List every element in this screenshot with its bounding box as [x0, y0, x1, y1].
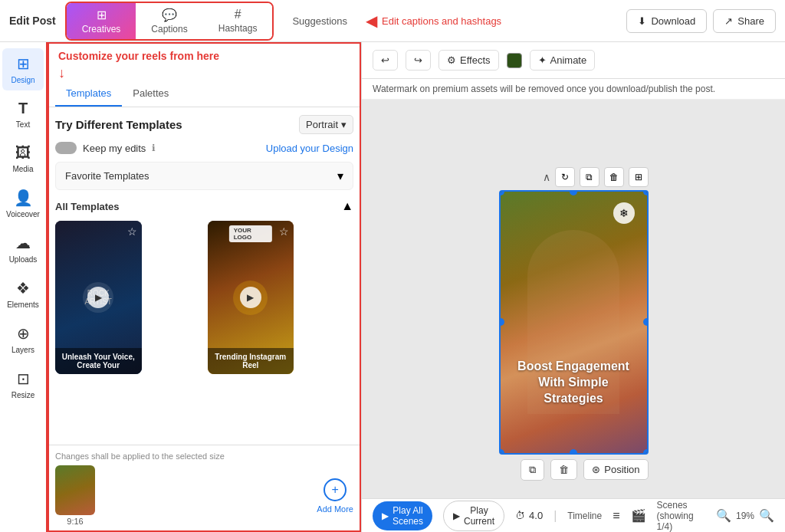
- chevron-up-canvas-icon: ∧: [543, 171, 550, 183]
- media-icon: 🖼: [15, 144, 31, 162]
- watermark-notice: Watermark on premium assets will be remo…: [362, 79, 785, 100]
- scenes-label: Scenes (showing 1/4): [657, 500, 705, 532]
- edit-caption-hint: ◀ Edit captions and hashtags: [366, 11, 501, 30]
- sidebar-item-design[interactable]: ⊞ Design: [2, 48, 44, 90]
- duplicate-button[interactable]: ⧉: [580, 167, 599, 187]
- add-more-label: Add More: [317, 504, 353, 514]
- sidebar-item-uploads[interactable]: ☁ Uploads: [2, 228, 44, 270]
- handle-br[interactable]: [643, 449, 649, 455]
- creatives-label: Creatives: [82, 24, 121, 34]
- design-icon: ⊞: [17, 54, 30, 73]
- color-swatch[interactable]: [507, 53, 522, 68]
- top-bar: Edit Post ⊞ Creatives 💬 Captions # Hasht…: [0, 0, 785, 42]
- tab-templates[interactable]: Templates: [55, 81, 122, 107]
- add-more-circle: +: [324, 478, 347, 501]
- tab-creatives[interactable]: ⊞ Creatives: [67, 3, 136, 39]
- all-templates-label: All Templates: [55, 201, 120, 212]
- sidebar-item-voiceover[interactable]: 👤 Voiceover: [2, 182, 44, 225]
- canvas-image-wrapper[interactable]: ❄ Boost Engagement With Simple Strategie…: [499, 190, 649, 455]
- copy-bottom-button[interactable]: ⧉: [521, 459, 544, 481]
- resize-row: 9:16 + Add More: [55, 465, 353, 526]
- effects-button[interactable]: ⚙ Effects: [438, 50, 499, 71]
- timer-value: 4.0: [529, 510, 543, 521]
- bottom-bar: Changes shall be applied to the selected…: [48, 445, 361, 532]
- canvas-controls-bottom: ⧉ 🗑 ⊛ Position: [499, 459, 649, 481]
- add-more-button[interactable]: + Add More: [317, 478, 353, 514]
- suggestions-tab[interactable]: Suggestions: [283, 15, 356, 27]
- play-all-icon: ▶: [382, 511, 389, 521]
- text-icon: T: [18, 100, 28, 117]
- handle-bm[interactable]: [570, 449, 577, 455]
- hashtags-label: Hashtags: [218, 23, 258, 34]
- effects-icon: ⚙: [447, 54, 456, 66]
- captions-label: Captions: [151, 24, 187, 34]
- timer-icon: ⏱: [515, 510, 525, 521]
- download-icon: ⬇: [638, 15, 646, 27]
- keep-edits-row: Keep my edits ℹ Upload your Design: [55, 142, 353, 154]
- zoom-out-button[interactable]: 🔍: [716, 508, 731, 523]
- resize-ratio: 9:16: [55, 517, 95, 526]
- resize-thumb[interactable]: [55, 465, 95, 515]
- red-arrow-icon: ◀: [366, 11, 377, 30]
- zoom-percent: 19%: [736, 511, 754, 521]
- tab-captions[interactable]: 💬 Captions: [136, 3, 202, 39]
- tab-hashtags[interactable]: # Hashtags: [203, 3, 273, 39]
- play-all-button[interactable]: ▶ Play All Scenes: [373, 501, 432, 530]
- image-text-overlay: Boost Engagement With Simple Strategies: [501, 359, 647, 406]
- zoom-in-button[interactable]: 🔍: [759, 508, 774, 523]
- template-card-2[interactable]: ▶ ☆ YOUR LOGO Trending Instagram Reel: [208, 221, 294, 374]
- canvas-logo-icon: ❄: [613, 202, 635, 224]
- top-bar-actions: ⬇ Download ↗ Share: [626, 9, 776, 33]
- handle-tl[interactable]: [499, 190, 504, 195]
- all-templates-header: All Templates ▲: [55, 199, 353, 213]
- template-card-1[interactable]: ROCK ARTIST ▶ ☆ Unleash Your Voice, Crea…: [55, 221, 142, 374]
- hashtags-icon: #: [235, 8, 241, 21]
- star-icon-2[interactable]: ☆: [279, 225, 289, 238]
- delete-bottom-button[interactable]: 🗑: [550, 459, 577, 480]
- panel-tabs: Templates Palettes: [48, 81, 361, 107]
- animate-button[interactable]: ✦ Animate: [530, 50, 596, 71]
- delete-button[interactable]: 🗑: [604, 167, 624, 187]
- star-icon-1[interactable]: ☆: [127, 225, 137, 238]
- play-btn-1[interactable]: ▶: [87, 287, 109, 308]
- share-button[interactable]: ↗ Share: [713, 9, 776, 33]
- redo-button[interactable]: ↪: [406, 50, 431, 71]
- sidebar-item-elements[interactable]: ❖ Elements: [2, 273, 44, 315]
- customize-hint: Customize your reels from here: [48, 42, 361, 65]
- keep-edits-toggle[interactable]: [55, 142, 77, 154]
- edit-post-label: Edit Post: [9, 15, 56, 27]
- share-icon: ↗: [724, 15, 733, 27]
- handle-rm[interactable]: [643, 318, 649, 326]
- favorite-templates-row[interactable]: Favorite Templates ▾: [55, 162, 353, 190]
- sidebar-item-resize[interactable]: ⊡ Resize: [2, 363, 44, 406]
- creatives-icon: ⊞: [97, 8, 107, 22]
- play-btn-2[interactable]: ▶: [240, 287, 261, 308]
- portrait-button[interactable]: Portrait ▾: [299, 115, 353, 134]
- sidebar-item-text[interactable]: T Text: [2, 94, 44, 135]
- main-tab-group: ⊞ Creatives 💬 Captions # Hashtags: [65, 2, 274, 41]
- elements-icon: ❖: [16, 279, 30, 297]
- timeline-label: Timeline: [567, 511, 602, 521]
- keep-edits-label: Keep my edits: [83, 143, 146, 154]
- timeline-bar: ▶ Play All Scenes ▶ Play Current ⏱ 4.0 |…: [362, 498, 785, 532]
- captions-icon: 💬: [162, 8, 177, 22]
- favorite-templates-label: Favorite Templates: [65, 170, 149, 182]
- undo-button[interactable]: ↩: [373, 50, 398, 71]
- handle-bl[interactable]: [499, 449, 504, 455]
- canvas-toolbar: ↩ ↪ ⚙ Effects ✦ Animate: [362, 42, 785, 79]
- template-overlay-2: Trending Instagram Reel: [208, 348, 294, 374]
- add-button[interactable]: ⊞: [629, 167, 649, 187]
- handle-tr[interactable]: [643, 190, 649, 195]
- position-button[interactable]: ⊛ Position: [583, 459, 648, 480]
- rotate-button[interactable]: ↻: [555, 167, 575, 187]
- zoom-controls: 🔍 19% 🔍: [716, 508, 774, 523]
- uploads-icon: ☁: [15, 234, 31, 252]
- download-button[interactable]: ⬇ Download: [626, 9, 707, 33]
- sidebar-item-layers[interactable]: ⊕ Layers: [2, 318, 44, 360]
- canvas-frame: ∧ ↻ ⧉ 🗑 ⊞ ❄ Boos: [499, 167, 649, 432]
- tab-palettes[interactable]: Palettes: [122, 81, 179, 107]
- chevron-down-icon: ▾: [341, 119, 347, 130]
- upload-design-link[interactable]: Upload your Design: [266, 143, 353, 154]
- play-current-button[interactable]: ▶ Play Current: [443, 501, 504, 531]
- sidebar-item-media[interactable]: 🖼 Media: [2, 138, 44, 179]
